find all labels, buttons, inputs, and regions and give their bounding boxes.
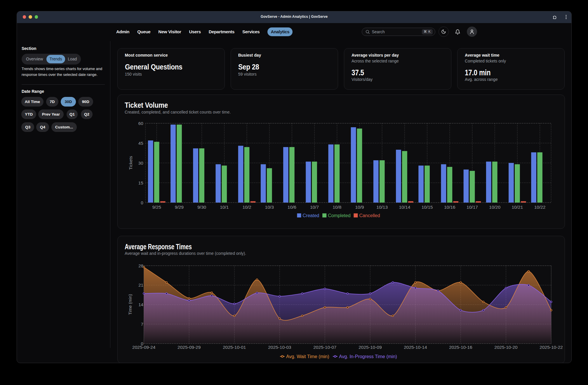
- svg-text:2025-10-16: 2025-10-16: [449, 345, 472, 350]
- svg-text:21: 21: [138, 283, 143, 288]
- svg-text:28: 28: [138, 263, 143, 268]
- svg-text:Created: Created: [302, 213, 319, 218]
- svg-text:10/9: 10/9: [355, 205, 364, 210]
- svg-text:2025-10-01: 2025-10-01: [223, 345, 246, 350]
- svg-text:Avg. In-Progress Time (min): Avg. In-Progress Time (min): [339, 354, 397, 359]
- svg-text:10/3: 10/3: [265, 205, 274, 210]
- svg-text:Cancelled: Cancelled: [359, 213, 380, 218]
- svg-text:10/22: 10/22: [534, 205, 545, 210]
- svg-text:14: 14: [138, 302, 143, 307]
- svg-text:Avg. Wait Time (min): Avg. Wait Time (min): [286, 354, 329, 359]
- svg-text:9/29: 9/29: [175, 205, 183, 210]
- svg-text:60: 60: [138, 121, 143, 126]
- svg-text:7: 7: [141, 321, 143, 326]
- svg-text:2025-10-07: 2025-10-07: [313, 345, 336, 350]
- svg-text:2025-10-03: 2025-10-03: [268, 345, 291, 350]
- svg-text:9/25: 9/25: [152, 205, 161, 210]
- svg-text:45: 45: [138, 141, 143, 146]
- svg-text:10/21: 10/21: [512, 205, 523, 210]
- svg-text:2025-10-14: 2025-10-14: [404, 345, 427, 350]
- svg-text:10/8: 10/8: [333, 205, 341, 210]
- svg-text:10/2: 10/2: [242, 205, 251, 210]
- svg-text:2025-10-09: 2025-10-09: [359, 345, 382, 350]
- svg-text:10/13: 10/13: [376, 205, 388, 210]
- svg-text:10/17: 10/17: [467, 205, 478, 210]
- svg-text:10/7: 10/7: [310, 205, 319, 210]
- svg-text:10/20: 10/20: [489, 205, 500, 210]
- svg-text:2025-10-20: 2025-10-20: [494, 345, 518, 350]
- svg-text:2025-09-29: 2025-09-29: [178, 345, 201, 350]
- svg-text:0: 0: [141, 200, 143, 205]
- svg-text:9/30: 9/30: [197, 205, 206, 210]
- svg-text:10/16: 10/16: [444, 205, 455, 210]
- svg-text:Time (min): Time (min): [128, 294, 133, 315]
- svg-text:10/14: 10/14: [399, 205, 410, 210]
- svg-text:30: 30: [138, 161, 143, 166]
- svg-text:10/6: 10/6: [287, 205, 296, 210]
- svg-text:Completed: Completed: [328, 213, 350, 218]
- svg-text:10/1: 10/1: [220, 205, 229, 210]
- svg-text:15: 15: [138, 180, 143, 185]
- svg-text:Tickets: Tickets: [128, 156, 133, 170]
- svg-text:10/15: 10/15: [421, 205, 433, 210]
- svg-text:2025-10-22: 2025-10-22: [540, 345, 563, 350]
- svg-text:2025-09-24: 2025-09-24: [132, 345, 156, 350]
